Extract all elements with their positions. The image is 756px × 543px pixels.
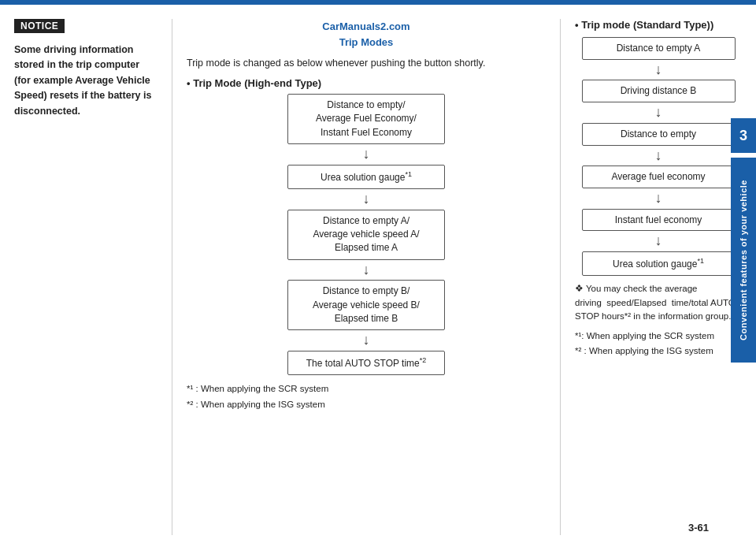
high-end-title: • Trip Mode (High-end Type) [187,77,546,89]
standard-flow: Distance to empty A ↓ Driving distance B… [575,37,742,276]
right-footnote-1: *¹: When applying the SCR system [575,329,742,344]
std-arrow-2: ↓ [655,104,662,121]
notice-text: Some driving information stored in the t… [14,43,158,119]
notice-label: NOTICE [14,19,65,33]
flow-box-2: Urea solution gauge*1 [287,165,445,189]
footnote-2: *² : When applying the ISG system [187,397,546,413]
std-flow-box-5: Instant fuel economy [582,209,736,232]
page-number: 3-61 [688,522,709,534]
right-footnote-2: *² : When applying the ISG system [575,344,742,359]
flow-box-1: Distance to empty/Average Fuel Economy/I… [287,94,445,144]
arrow-2: ↓ [363,191,370,208]
arrow-4: ↓ [363,332,370,349]
std-arrow-1: ↓ [655,61,662,79]
trip-modes-intro: Trip mode is changed as below whenever p… [187,56,546,71]
flow-box-3: Distance to empty A/Average vehicle spee… [287,210,445,260]
standard-title: • Trip mode (Standard Type)) [575,19,742,31]
side-tab: Convenient features of your vehicle [731,158,756,363]
std-arrow-3: ↓ [655,147,662,165]
std-flow-box-1: Distance to empty A [582,37,736,60]
right-note-main: ❖ You may check the average driving spee… [575,282,742,324]
flow-box-4: Distance to empty B/Average vehicle spee… [287,280,445,330]
middle-footnotes: *¹ : When applying the SCR system *² : W… [187,381,546,412]
middle-column: CarManuals2.com Trip Modes Trip mode is … [172,19,561,535]
arrow-1: ↓ [363,146,370,163]
footnote-1: *¹ : When applying the SCR system [187,381,546,397]
std-flow-box-6: Urea solution gauge*1 [582,251,736,276]
std-flow-box-3: Distance to empty [582,123,736,146]
std-arrow-5: ↓ [655,232,662,250]
carmanuals-header: CarManuals2.com Trip Modes [187,19,546,50]
flow-box-5: The total AUTO STOP time*2 [287,351,445,375]
std-arrow-4: ↓ [655,190,662,207]
std-flow-box-2: Driving distance B [582,80,736,102]
arrow-3: ↓ [363,262,370,279]
right-notes: ❖ You may check the average driving spee… [575,282,742,359]
std-flow-box-4: Average fuel economy [582,166,736,188]
high-end-flow: Distance to empty/Average Fuel Economy/I… [187,94,546,376]
left-column: NOTICE Some driving information stored i… [14,19,172,535]
tab-number: 3 [731,118,756,153]
right-column: • Trip mode (Standard Type)) Distance to… [561,19,742,535]
